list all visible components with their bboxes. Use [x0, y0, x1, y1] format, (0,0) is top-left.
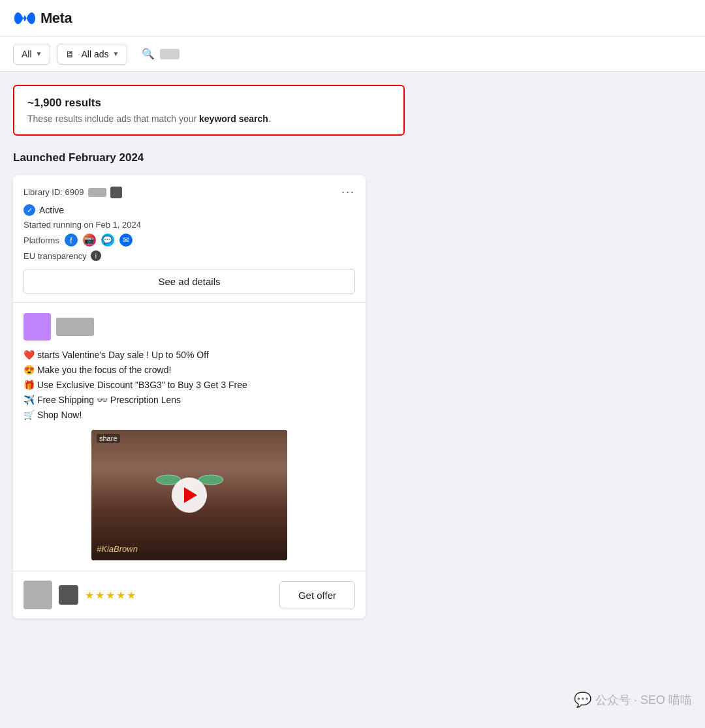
bottom-avatar-dark — [59, 585, 78, 605]
bottom-avatar-gray — [24, 581, 52, 609]
filter-all-button[interactable]: All ▼ — [13, 44, 50, 65]
ad-status: ✓ Active — [24, 204, 355, 216]
chevron-down-icon-ads: ▼ — [113, 50, 119, 57]
search-icon: 🔍 — [142, 48, 155, 60]
results-count: ~1,900 results — [27, 97, 390, 110]
wechat-icon: 💬 — [574, 691, 591, 708]
results-keyword: keyword search — [199, 114, 268, 124]
ad-card: Library ID: 6909 ··· ✓ Active Started ru… — [13, 175, 366, 618]
platforms-label: Platforms — [24, 235, 59, 245]
ad-avatars — [24, 313, 355, 341]
header: Meta — [0, 0, 705, 37]
ad-text-content: ❤️ starts Valentine's Day sale ! Up to 5… — [24, 348, 355, 422]
monitor-icon: 🖥 — [65, 49, 74, 59]
meta-logo: Meta — [13, 10, 72, 27]
library-id: Library ID: 6909 — [24, 187, 122, 198]
active-checkmark-icon: ✓ — [24, 204, 35, 216]
section-heading: Launched February 2024 — [13, 151, 692, 164]
ad-meta-top: Library ID: 6909 ··· — [24, 185, 355, 199]
eu-transparency-row: EU transparency i — [24, 250, 355, 261]
star-4: ★ — [116, 589, 125, 601]
search-bar[interactable]: 🔍 — [134, 43, 187, 65]
video-overlay-label: share — [97, 434, 120, 443]
ad-content: ❤️ starts Valentine's Day sale ! Up to 5… — [13, 302, 366, 571]
facebook-icon: f — [65, 234, 78, 247]
chevron-down-icon: ▼ — [36, 50, 42, 57]
ad-text-line-3: 🎁 Use Exclusive Discount "B3G3" to Buy 3… — [24, 378, 355, 392]
video-hashtag: #KiaBrown — [97, 544, 138, 554]
filter-all-label: All — [22, 49, 32, 59]
eu-transparency-label: EU transparency — [24, 251, 87, 261]
search-placeholder — [160, 49, 180, 59]
more-options-button[interactable]: ··· — [341, 185, 355, 199]
meta-logo-text: Meta — [40, 10, 72, 27]
ad-text-line-5: 🛒 Shop Now! — [24, 408, 355, 422]
get-offer-button[interactable]: Get offer — [279, 581, 355, 609]
star-5: ★ — [127, 589, 136, 601]
star-1: ★ — [85, 589, 94, 601]
toolbar: All ▼ 🖥 All ads ▼ 🔍 — [0, 37, 705, 72]
wechat-watermark: 💬 公众号 · SEO 喵喵 — [574, 691, 692, 708]
play-button[interactable] — [172, 478, 207, 513]
results-description: These results include ads that match you… — [27, 114, 390, 124]
main-content: ~1,900 results These results include ads… — [0, 72, 705, 631]
messenger-bubble-icon: 💬 — [101, 234, 114, 247]
info-icon: i — [91, 250, 101, 261]
status-label: Active — [39, 205, 64, 215]
star-3: ★ — [106, 589, 115, 601]
library-id-blurred — [88, 188, 106, 197]
platforms-row: Platforms f 📷 💬 ✉ — [24, 234, 355, 247]
meta-logo-icon — [13, 11, 37, 25]
ad-avatar-blurred — [56, 318, 94, 336]
bottom-left-section: ★ ★ ★ ★ ★ — [24, 581, 136, 609]
ad-video-thumbnail[interactable]: #KiaBrown share — [91, 430, 287, 560]
star-rating: ★ ★ ★ ★ ★ — [85, 589, 136, 601]
ad-card-bottom-bar: ★ ★ ★ ★ ★ Get offer — [13, 571, 366, 618]
library-id-text: Library ID: 6909 — [24, 187, 84, 197]
ad-started-date: Started running on Feb 1, 2024 — [24, 220, 355, 230]
star-2: ★ — [95, 589, 104, 601]
ad-text-line-4: ✈️ Free Shipping 👓 Prescription Lens — [24, 393, 355, 407]
wechat-text: 公众号 · SEO 喵喵 — [595, 692, 692, 708]
messenger-icon: ✉ — [119, 234, 133, 247]
filter-ads-button[interactable]: 🖥 All ads ▼ — [57, 44, 127, 65]
ad-text-line-2: 😍 Make you the focus of the crowd! — [24, 363, 355, 377]
ad-text-line-1: ❤️ starts Valentine's Day sale ! Up to 5… — [24, 348, 355, 362]
library-id-dark-rect — [110, 187, 122, 198]
results-desc-prefix: These results include ads that match you… — [27, 114, 199, 124]
ad-meta: Library ID: 6909 ··· ✓ Active Started ru… — [13, 175, 366, 302]
see-ad-details-button[interactable]: See ad details — [24, 269, 355, 294]
results-box: ~1,900 results These results include ads… — [13, 85, 405, 136]
ad-avatar-purple — [24, 313, 51, 341]
play-triangle-icon — [184, 487, 197, 503]
results-desc-suffix: . — [268, 114, 271, 124]
instagram-icon: 📷 — [83, 234, 96, 247]
filter-ads-label: All ads — [81, 49, 108, 59]
